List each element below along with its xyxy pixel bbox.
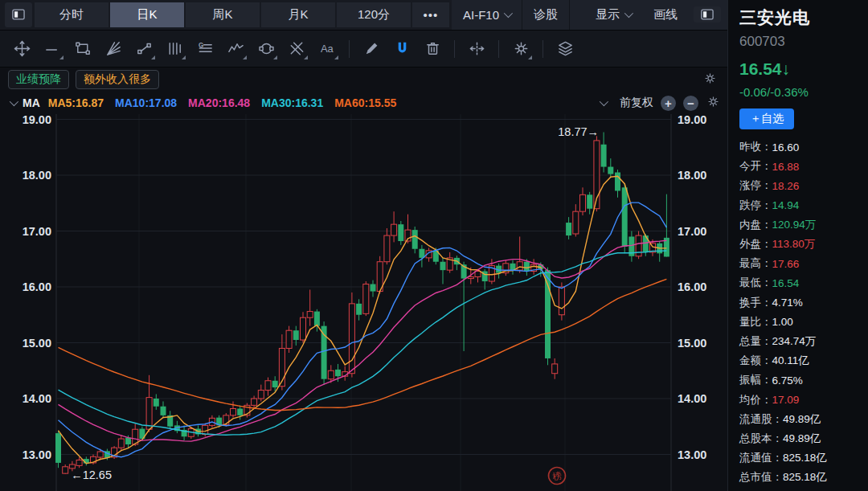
stat-label: 总股本： <box>739 432 783 446</box>
ma-prefix-label: MA <box>23 96 40 109</box>
diagnose-stock-button[interactable]: 诊股 <box>522 0 570 30</box>
add-watchlist-button[interactable]: ＋自选 <box>739 108 794 129</box>
quote-stat-row: 最高：17.66 <box>739 254 868 273</box>
text-tool-icon[interactable]: Aa <box>313 35 341 63</box>
tab-日K[interactable]: 日K <box>110 2 184 27</box>
pencil-tool-icon[interactable] <box>358 35 385 63</box>
quote-stat-row: 外盘：113.80万 <box>739 235 868 254</box>
settings-gear-icon[interactable] <box>507 35 534 63</box>
news-badge-row: 业绩预降额外收入很多 <box>0 68 727 92</box>
right-panel-toggle-button[interactable] <box>694 6 721 23</box>
candlestick-chart-area[interactable]: 19.0019.0018.0018.0017.0017.0016.0016.00… <box>0 114 727 491</box>
trash-tool-icon[interactable] <box>419 35 446 63</box>
left-panel-toggle-button[interactable] <box>5 2 32 27</box>
ai-f10-dropdown[interactable]: AI-F10 <box>452 0 522 30</box>
current-price: 16.54↓ <box>739 59 868 79</box>
tab-120分[interactable]: 120分 <box>337 2 411 27</box>
stat-label: 昨收： <box>739 140 772 154</box>
panel-left-icon <box>10 6 27 23</box>
stat-label: 总量： <box>739 334 772 349</box>
magnet-tool-icon[interactable] <box>388 35 416 63</box>
toolbar-separator <box>349 40 350 58</box>
wave-tool-icon[interactable] <box>222 35 249 63</box>
ma-legend-value: MA5:16.87 <box>48 96 104 109</box>
stat-value: 18.26 <box>772 180 800 192</box>
stat-label: 涨停： <box>739 178 772 193</box>
svg-text:18.00: 18.00 <box>23 169 51 182</box>
chevron-down-icon <box>624 9 633 18</box>
split-view-tool-icon[interactable] <box>463 35 490 63</box>
period-tabs: 分时日K周K月K120分••• <box>34 0 450 30</box>
price-change: -0.06/-0.36% <box>739 85 868 99</box>
tab-•••[interactable]: ••• <box>412 2 449 27</box>
badges-settings-gear-icon[interactable] <box>702 71 718 89</box>
stat-label: 外盘： <box>739 237 772 252</box>
quote-stat-row: 总量：234.74万 <box>739 332 868 351</box>
news-badge[interactable]: 额外收入很多 <box>76 70 159 89</box>
stat-label: 换手： <box>739 296 772 310</box>
news-badge[interactable]: 业绩预降 <box>8 70 69 89</box>
svg-text:榜: 榜 <box>551 470 563 481</box>
chevron-down-icon[interactable] <box>10 97 18 106</box>
stock-code: 600703 <box>739 34 868 50</box>
stat-label: 最低： <box>739 276 772 290</box>
stat-value: 1.00 <box>772 316 793 328</box>
draw-line-button[interactable]: 画线 <box>642 0 689 30</box>
candlestick-chart-svg[interactable]: 19.0019.0018.0018.0017.0017.0016.0016.00… <box>0 114 727 491</box>
top-bar: 分时日K周K月K120分••• AI-F10 诊股 显示 画线 <box>0 0 727 31</box>
move-tool-icon[interactable] <box>8 35 35 63</box>
chevron-down-icon <box>504 9 513 18</box>
stat-label: 最高： <box>739 256 772 271</box>
stock-name: 三安光电 <box>739 6 868 29</box>
tab-月K[interactable]: 月K <box>261 2 335 27</box>
cycle-tool-icon[interactable] <box>252 35 280 63</box>
stat-value: 16.54 <box>772 277 800 289</box>
layers-tool-icon[interactable] <box>551 35 579 63</box>
stat-label: 跌停： <box>739 198 772 213</box>
ma-row-right-controls: 前复权 + − <box>596 94 721 112</box>
drawing-toolbar: GAa <box>0 31 727 68</box>
down-arrow-icon: ↓ <box>782 59 791 78</box>
quote-stat-row: 昨收：16.60 <box>739 137 868 157</box>
draw-line-label: 画线 <box>653 7 678 23</box>
stat-label: 流通值： <box>739 451 783 465</box>
stat-label: 金额： <box>739 354 772 368</box>
zoom-in-button[interactable]: + <box>661 96 676 111</box>
gann-fan-tool-icon[interactable] <box>100 35 127 63</box>
stat-label: 量比： <box>739 315 772 329</box>
stat-value: 825.18亿 <box>783 470 827 485</box>
adjust-mode-label[interactable]: 前复权 <box>620 96 653 110</box>
tab-周K[interactable]: 周K <box>186 2 260 27</box>
stat-value: 49.89亿 <box>783 412 821 427</box>
vertical-lines-tool-icon[interactable] <box>161 35 188 63</box>
svg-text:14.00: 14.00 <box>23 392 51 405</box>
ai-f10-label: AI-F10 <box>463 8 499 22</box>
svg-text:16.00: 16.00 <box>678 280 706 293</box>
stat-value: 14.94 <box>772 199 800 211</box>
tab-分时[interactable]: 分时 <box>35 2 108 27</box>
ma-legend-value: MA20:16.48 <box>188 96 250 109</box>
stat-value: 16.88 <box>772 161 800 173</box>
quote-stat-row: 总股本：49.89亿 <box>739 429 868 448</box>
top-bar-right-cluster: AI-F10 诊股 显示 画线 <box>452 0 727 30</box>
trendline-tool-icon[interactable] <box>39 35 66 63</box>
chevron-down-icon[interactable] <box>600 97 608 106</box>
indicator-settings-gear-icon[interactable] <box>706 94 721 112</box>
stat-label: 总市值： <box>739 470 783 485</box>
chart-main-column: 分时日K周K月K120分••• AI-F10 诊股 显示 画线 <box>0 0 727 491</box>
rectangle-tool-icon[interactable] <box>69 35 96 63</box>
ma-legend-value: MA10:17.08 <box>115 96 177 109</box>
svg-text:13.00: 13.00 <box>23 448 51 460</box>
candles-layer <box>55 132 669 473</box>
display-dropdown[interactable]: 显示 <box>584 0 642 30</box>
rank-stamp-icon[interactable]: 榜 <box>547 466 567 486</box>
pitchfork-tool-icon[interactable] <box>283 35 310 63</box>
quote-side-panel: 三安光电 600703 16.54↓ -0.06/-0.36% ＋自选 昨收：1… <box>727 0 868 491</box>
high-annotation: 18.77→ <box>558 125 599 138</box>
stat-value: 17.09 <box>772 394 800 406</box>
zoom-out-button[interactable]: − <box>683 96 698 111</box>
segment-tool-icon[interactable] <box>130 35 158 63</box>
gann-grid-tool-icon[interactable]: G <box>191 35 219 63</box>
toolbar-separator <box>498 40 499 58</box>
svg-text:15.00: 15.00 <box>23 336 51 349</box>
